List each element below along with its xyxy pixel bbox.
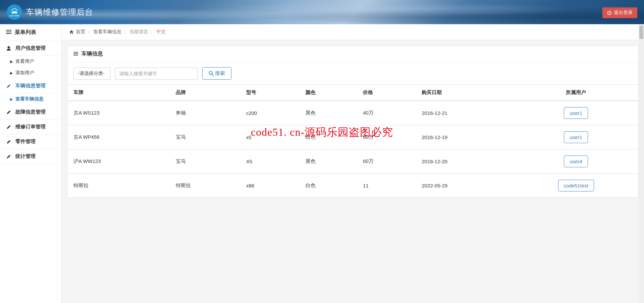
sidebar-section[interactable]: 维修订单管理: [0, 120, 61, 134]
power-icon: [607, 10, 612, 15]
caret-right-icon: ▶: [10, 59, 13, 64]
search-icon: [209, 71, 214, 76]
svg-rect-8: [73, 55, 78, 55]
scrollbar-thumb[interactable]: [639, 26, 643, 39]
table-cell: 京A WP456: [67, 125, 170, 149]
table-cell: 沪A WW123: [67, 149, 170, 174]
svg-line-10: [212, 74, 213, 76]
sidebar-item-label: 查看车辆信息: [15, 96, 44, 102]
menu-title-text: 菜单列表: [15, 29, 36, 36]
sidebar-item[interactable]: ▶查看用户: [0, 56, 61, 67]
table-header: 购买日期: [416, 85, 514, 101]
table-cell: 2016-12-20: [416, 149, 514, 174]
user-link-button[interactable]: code51test: [558, 180, 594, 191]
user-icon: [6, 46, 11, 51]
caret-right-icon: ▶: [10, 97, 13, 101]
svg-rect-6: [73, 52, 78, 52]
app-header: CAR HOME 车辆维修管理后台 退出登录: [0, 0, 644, 24]
table-row: 沪A WW123宝马X5黑色60万2016-12-20user4: [67, 149, 638, 174]
svg-point-1: [15, 12, 17, 14]
sidebar-item-label: 添加用户: [15, 70, 34, 76]
table-header: 价格: [357, 85, 416, 101]
sidebar-section[interactable]: 车辆信息管理: [0, 79, 61, 93]
table-cell: 黑色: [300, 101, 357, 125]
logout-label: 退出登录: [614, 10, 633, 16]
user-link-button[interactable]: user1: [564, 107, 588, 119]
panel-title: 车辆信息: [82, 50, 103, 57]
search-button[interactable]: 搜索: [202, 67, 231, 80]
table-cell-user: user1: [514, 101, 638, 125]
car-home-icon: [10, 8, 19, 14]
sidebar-section-label: 维修订单管理: [15, 124, 46, 130]
list-icon: [6, 30, 11, 36]
logout-button[interactable]: 退出登录: [602, 7, 637, 18]
breadcrumb-current: 查看车辆信息: [93, 29, 121, 35]
logo-badge: CAR HOME: [7, 4, 22, 20]
table-row: 京A WP456宝马x5白色60万2016-12-19user1: [67, 125, 638, 149]
sidebar-section-label: 用户信息管理: [15, 45, 46, 51]
table-cell-user: user1: [514, 125, 638, 149]
sidebar-item[interactable]: ▶添加用户: [0, 67, 61, 79]
svg-rect-2: [6, 30, 11, 31]
edit-icon: [6, 110, 11, 115]
sidebar-section-label: 零件管理: [15, 138, 36, 145]
sidebar-section[interactable]: 零件管理: [0, 134, 61, 149]
logo: CAR HOME 车辆维修管理后台: [7, 4, 93, 20]
table-cell: 京A WS123: [67, 101, 170, 125]
sidebar-item[interactable]: ▶查看车辆信息: [0, 93, 61, 105]
table-cell-user: code51test: [514, 174, 638, 198]
table-cell: x5: [240, 125, 300, 149]
table-cell: 特斯拉: [67, 174, 170, 198]
table-cell: 宝马: [170, 149, 240, 174]
table-cell: 2016-12-19: [416, 125, 514, 149]
table-header: 颜色: [300, 85, 357, 101]
search-btn-label: 搜索: [215, 70, 225, 77]
table-cell: 宝马: [170, 125, 240, 149]
table-header: 型号: [240, 85, 300, 101]
breadcrumb: 首页 / 查看车辆信息 / 当前语言：中文: [62, 24, 644, 40]
svg-point-5: [8, 46, 10, 48]
svg-point-0: [12, 12, 13, 14]
vehicle-table: 车牌品牌型号颜色价格购买日期所属用户 京A WS123奔驰c200黑色40万20…: [67, 84, 638, 198]
sidebar-section-label: 统计管理: [15, 153, 36, 160]
sidebar-section[interactable]: 故障信息管理: [0, 105, 61, 120]
table-cell: x88: [240, 174, 300, 198]
table-row: 特斯拉特斯拉x88白色112022-05-29code51test: [67, 174, 638, 198]
logo-small-text: CAR HOME: [9, 15, 19, 17]
table-cell: 白色: [300, 174, 357, 198]
sidebar-section[interactable]: 统计管理: [0, 149, 61, 164]
breadcrumb-home[interactable]: 首页: [69, 29, 85, 35]
user-link-button[interactable]: user1: [564, 131, 588, 143]
table-cell: 特斯拉: [170, 174, 240, 198]
svg-rect-4: [6, 33, 11, 34]
sidebar-section[interactable]: 用户信息管理: [0, 41, 61, 56]
search-row: -请选择分类- 搜索: [67, 62, 638, 84]
table-cell: 黑色: [300, 149, 357, 174]
sidebar: 菜单列表 用户信息管理▶查看用户▶添加用户车辆信息管理▶查看车辆信息故障信息管理…: [0, 24, 62, 303]
table-cell: 2022-05-29: [416, 174, 514, 198]
user-link-button[interactable]: user4: [564, 156, 588, 167]
breadcrumb-sep: /: [125, 29, 126, 35]
scrollbar[interactable]: [639, 24, 644, 303]
table-cell: 白色: [300, 125, 357, 149]
svg-rect-7: [73, 53, 78, 54]
table-header: 所属用户: [514, 85, 638, 101]
home-icon: [69, 30, 74, 34]
lang-value[interactable]: 中文: [156, 29, 166, 35]
app-title: 车辆维修管理后台: [26, 7, 93, 17]
lang-label: 当前语言：: [129, 29, 153, 35]
svg-rect-3: [6, 32, 11, 32]
sidebar-section-label: 故障信息管理: [15, 109, 46, 115]
table-cell: c200: [240, 101, 300, 125]
caret-right-icon: ▶: [10, 71, 13, 75]
breadcrumb-home-label: 首页: [76, 29, 85, 35]
list-icon: [73, 51, 78, 57]
table-cell: 奔驰: [170, 101, 240, 125]
main-content: 首页 / 查看车辆信息 / 当前语言：中文 车辆信息 -请选择分类- 搜索: [62, 24, 644, 303]
search-input[interactable]: [115, 68, 198, 80]
sidebar-item-label: 查看用户: [15, 58, 34, 64]
category-select[interactable]: -请选择分类-: [73, 68, 110, 80]
edit-icon: [6, 84, 11, 88]
menu-title: 菜单列表: [0, 24, 61, 41]
table-cell-user: user4: [514, 149, 638, 174]
